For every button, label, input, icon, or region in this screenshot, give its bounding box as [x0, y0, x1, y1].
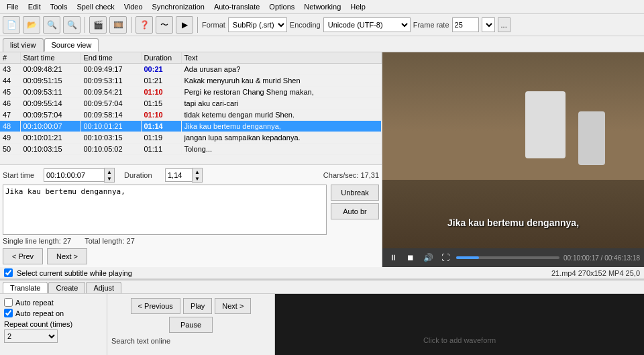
stop-button[interactable]: ⏹	[404, 251, 417, 264]
table-row[interactable]: 49 00:10:01:21 00:10:03:15 01:19 jangan …	[0, 132, 382, 144]
cell-duration: 01:11	[141, 144, 181, 155]
cell-id: 49	[0, 132, 20, 144]
framerate-input[interactable]	[452, 17, 479, 32]
table-row[interactable]: 43 00:09:48:21 00:09:49:17 00:21 Ada uru…	[0, 64, 382, 75]
progress-bar[interactable]	[456, 256, 559, 259]
starttime-up[interactable]: ▲	[105, 168, 114, 175]
starttime-spinbtns: ▲ ▼	[104, 168, 115, 183]
menu-synchronization[interactable]: Synchronization	[148, 1, 209, 12]
cell-starttime: 00:10:00:07	[20, 121, 80, 132]
cell-endtime: 00:09:54:21	[80, 87, 141, 98]
cell-endtime: 00:10:03:15	[80, 132, 141, 144]
starttime-down[interactable]: ▼	[105, 175, 114, 182]
table-row[interactable]: 48 00:10:00:07 00:10:01:21 01:14 Jika ka…	[0, 121, 382, 132]
unbreak-button[interactable]: Unbreak	[331, 185, 379, 201]
edit-area: Start time ▲ ▼ Duration ▲ ▼ Chars/	[0, 164, 382, 267]
autobir-button[interactable]: Auto br	[331, 203, 379, 219]
scene-figure2	[578, 111, 605, 165]
search-button[interactable]: 🔍	[43, 16, 60, 34]
encoding-select[interactable]: Unicode (UTF-8)	[323, 17, 411, 32]
table-row[interactable]: 50 00:10:03:15 00:10:05:02 01:11 Tolong.…	[0, 144, 382, 155]
duration-down[interactable]: ▼	[193, 175, 202, 182]
menu-autotranslate[interactable]: Auto-translate	[210, 1, 264, 12]
tab-adjust[interactable]: Adjust	[86, 282, 121, 293]
menubar: File Edit Tools Spell check Video Synchr…	[0, 0, 644, 14]
cell-duration: 01:10	[141, 109, 181, 121]
subtitle-table: # Start time End time Duration Text 43 0…	[0, 52, 382, 164]
tab-create[interactable]: Create	[48, 282, 85, 293]
col-id: #	[0, 52, 20, 64]
cell-id: 44	[0, 75, 20, 87]
format-label: Format	[202, 21, 225, 29]
total-length-info: Total length: 27	[85, 237, 135, 245]
next-button[interactable]: Next >	[215, 298, 251, 314]
select-subtitle-checkbox[interactable]	[4, 268, 13, 277]
play-button[interactable]: Play	[183, 298, 212, 314]
text-buttons: Unbreak Auto br	[331, 185, 379, 235]
menu-networking[interactable]: Networking	[300, 1, 345, 12]
tab-sourceview[interactable]: Source view	[44, 38, 99, 52]
text-textarea[interactable]: Jika kau bertemu dengannya,	[3, 185, 327, 235]
starttime-input[interactable]	[44, 168, 104, 182]
table-row[interactable]: 47 00:09:57:04 00:09:58:14 01:10 tidak k…	[0, 109, 382, 121]
auto-repeat-checkbox[interactable]	[4, 298, 13, 307]
new-button[interactable]: 📄	[3, 16, 20, 34]
cell-starttime: 00:09:57:04	[20, 109, 80, 121]
framerate-label: Frame rate	[413, 21, 449, 29]
cell-text: Tolong...	[181, 144, 382, 155]
prev-subtitle-button[interactable]: < Prev	[3, 248, 43, 264]
duration-spinbtns: ▲ ▼	[192, 168, 203, 183]
repeat-count-select[interactable]: 2	[4, 329, 58, 343]
tab-translate[interactable]: Translate	[3, 282, 48, 293]
menu-edit[interactable]: Edit	[24, 1, 45, 12]
table-row[interactable]: 45 00:09:53:11 00:09:54:21 01:10 Pergi k…	[0, 87, 382, 98]
auto-repeat-on-checkbox[interactable]	[4, 309, 13, 317]
open-button[interactable]: 📂	[23, 16, 40, 34]
starttime-label: Start time	[3, 171, 40, 179]
scene-floor	[382, 180, 644, 248]
text-edit-row: Jika kau bertemu dengannya, Unbreak Auto…	[3, 185, 379, 235]
play-pause-button[interactable]: ⏸	[386, 251, 400, 264]
table-row[interactable]: 46 00:09:55:14 00:09:57:04 01:15 tapi ak…	[0, 98, 382, 109]
menu-spellcheck[interactable]: Spell check	[72, 1, 118, 12]
scene-wall	[382, 52, 644, 131]
cell-endtime: 00:09:53:11	[80, 75, 141, 87]
waveform-label: Click to add waveform	[423, 336, 496, 344]
fullscreen-button[interactable]: ⛶	[439, 251, 452, 264]
menu-video[interactable]: Video	[120, 1, 147, 12]
format-select[interactable]: SubRip (.srt)	[228, 17, 287, 32]
starttime-spinbox: ▲ ▼	[44, 168, 115, 183]
video-subtitle: Jika kau bertemu dengannya,	[382, 217, 644, 228]
menu-options[interactable]: Options	[265, 1, 299, 12]
search2-button[interactable]: 🔍	[63, 16, 80, 34]
menu-tools[interactable]: Tools	[46, 1, 72, 12]
next-subtitle-button[interactable]: Next >	[47, 248, 87, 264]
cell-duration: 01:10	[141, 87, 181, 98]
tab-listview[interactable]: list view	[3, 38, 44, 52]
previous-button[interactable]: < Previous	[131, 298, 180, 314]
bottom-center: < Previous Play Next > Pause Search text…	[107, 294, 275, 355]
separator2	[131, 17, 131, 33]
more-button[interactable]: ...	[498, 17, 511, 32]
menu-help[interactable]: Help	[346, 1, 370, 12]
video-controls: ⏸ ⏹ 🔊 ⛶ 00:10:00:17 / 00:46:13:18	[382, 248, 644, 267]
duration-up[interactable]: ▲	[193, 168, 202, 175]
pause-button[interactable]: Pause	[169, 317, 213, 333]
repeat-count-label: Repeat count (times)	[4, 320, 103, 328]
bottom-left: Auto repeat Auto repeat on Repeat count …	[0, 294, 107, 355]
cell-text: Pergi ke restoran Chang Sheng makan,	[181, 87, 382, 98]
cell-starttime: 00:09:55:14	[20, 98, 80, 109]
video-button[interactable]: ▶	[176, 16, 193, 34]
waveform-area[interactable]: Click to add waveform	[275, 294, 644, 355]
cell-duration: 01:15	[141, 98, 181, 109]
volume-button[interactable]: 🔊	[421, 251, 435, 264]
table-row[interactable]: 44 00:09:51:15 00:09:53:11 01:21 Kakak m…	[0, 75, 382, 87]
menu-file[interactable]: File	[3, 1, 23, 12]
help-button[interactable]: ❓	[136, 16, 153, 34]
waveform-button[interactable]: 〜	[156, 16, 173, 34]
film2-button[interactable]: 🎞️	[109, 16, 127, 34]
duration-input[interactable]	[165, 168, 192, 182]
film-button[interactable]: 🎬	[89, 16, 107, 34]
cell-id: 48	[0, 121, 20, 132]
framerate-select[interactable]	[482, 17, 495, 32]
